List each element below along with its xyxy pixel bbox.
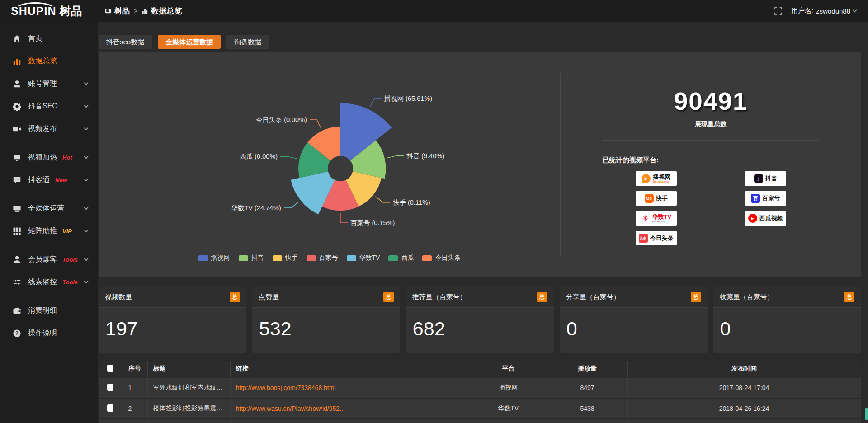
app-icon [105,8,112,14]
video-icon [13,125,21,133]
breadcrumb-item-home[interactable]: 树品 [105,6,130,16]
sidebar-item-grid[interactable]: 矩阵助推VIP [0,220,98,242]
stat-cards-row: 视频数量 总 197 点赞量 总 532 推荐量（百家号） 总 [99,287,861,352]
stat-card-total-badge[interactable]: 总 [383,292,394,302]
cell-time: 2017-08-24 17:04 [627,377,861,398]
chevron-down-icon [84,177,89,181]
stat-card-total-badge[interactable]: 总 [691,292,701,302]
platform-logo-name: 播视网 [653,174,670,180]
toutiao-icon: 头条 [639,234,648,243]
platform-logo-douyin: ♪ 抖音 [745,171,786,186]
pie-label-line [375,197,390,202]
monitor-icon [13,204,21,213]
stat-card-1: 视频数量 总 197 [99,287,246,352]
sidebar-item-bar-chart[interactable]: 数据总览 [0,50,98,72]
videos-table: 序号标题链接平台播放量发布时间 1 室外水纹灯和室内水纹灯的区别和简介 http… [99,361,861,423]
sidebar-item-user[interactable]: 账号管理 [0,72,98,95]
table-header-2: 链接 [230,361,470,377]
legend-item-西瓜[interactable]: 西瓜 [388,254,414,262]
sidebar-item-label: 抖客通 [28,175,50,185]
heat-icon [13,153,21,162]
legend-swatch [307,255,316,261]
tab-3[interactable]: 询盘数据 [226,35,269,49]
baijiahao-icon: 百 [751,194,760,203]
legend-item-快手[interactable]: 快手 [273,254,298,262]
stat-card-label: 分享量（百家号） [566,293,620,301]
pie-label-华数TV: 华数TV (24.74%) [231,204,281,212]
select-all-checkbox[interactable] [107,365,113,372]
sidebar-item-label: 全媒体运营 [28,204,64,213]
sidebar-item-filter[interactable]: 线索监控Tools [0,271,98,293]
sidebar-item-heat[interactable]: 视频加热Hot [0,146,98,169]
legend-label: 百家号 [319,254,338,262]
stat-card-total-badge[interactable]: 总 [844,292,854,302]
douyin-icon: ♪ [754,174,763,183]
user-menu[interactable]: 用户名: zswodun88 [791,7,856,15]
row-checkbox[interactable] [107,404,113,412]
username-label: 用户名: [791,7,813,15]
sidebar-item-monitor[interactable]: 全媒体运营 [0,197,98,220]
table-header-3: 平台 [470,361,547,377]
chart-legend: 播视网 抖音 快手 百家号 华数TV 西瓜 今日头条 [99,254,560,262]
sidebar-item-label: 消费明细 [28,306,57,315]
legend-item-抖音[interactable]: 抖音 [239,254,264,262]
cell-index: 1 [123,377,147,398]
page-scrollbar-thumb[interactable] [865,408,868,420]
fullscreen-icon[interactable] [774,7,782,15]
cell-link[interactable]: http://www.wasu.cn/Play/show/id/952... [236,405,345,412]
sidebar-item-badge: Tools [62,279,78,286]
sidebar-item-help[interactable]: ?操作说明 [0,322,98,344]
legend-item-今日头条[interactable]: 今日头条 [422,254,460,262]
sidebar-item-label: 会员爆客 [28,255,57,264]
total-impressions-label: 展现量总数 [561,120,861,128]
pie-label-播视网: 播视网 (65.61%) [384,95,432,102]
member-icon [13,255,21,264]
sidebar-item-member[interactable]: 会员爆客Tools [0,248,98,271]
sidebar-item-home[interactable]: 首页 [0,27,98,50]
chevron-down-icon [84,256,89,261]
legend-item-华数TV[interactable]: 华数TV [347,254,380,262]
legend-item-播视网[interactable]: 播视网 [198,254,230,262]
legend-label: 抖音 [251,254,264,262]
stat-card-label: 推荐量（百家号） [412,293,467,301]
sidebar-item-label: 账号管理 [28,79,57,89]
legend-label: 快手 [285,254,298,262]
breadcrumb-item-current[interactable]: 数据总览 [142,6,182,16]
rose-chart-svg: 播视网 (65.61%)抖音 (9.40%)快手 (0.11%)百家号 (0.1… [99,52,560,262]
chevron-down-icon [84,279,89,283]
pie-label-line [284,202,298,208]
cell-title: 楼体投影灯投影效果震撼上市 [147,398,230,419]
sidebar-item-label: 视频加热 [28,153,57,162]
table-header-5: 发布时间 [627,361,861,377]
xigua-icon: ▶ [748,214,757,223]
svg-text:?: ? [15,330,19,336]
row-checkbox[interactable] [107,384,113,391]
platform-logo-baijiahao: 百 百家号 [745,191,786,206]
tab-2[interactable]: 全媒体运营数据 [158,35,221,49]
cell-link[interactable]: http://www.boosj.com/7338468.html [236,384,336,391]
sidebar-item-chat[interactable]: 抖客通New [0,169,98,191]
total-impressions-value: 90491 [561,87,861,116]
top-header: SHUPIN 树品 树品 > 数据总览 用户名: zswodun88 [0,0,868,22]
cell-plays: 8497 [547,377,627,398]
sidebar-item-video[interactable]: 视频发布 [0,118,98,140]
sidebar-item-gear[interactable]: 抖音SEO [0,95,98,118]
user-icon [13,80,21,88]
table-header-0: 序号 [123,361,147,377]
bar-chart-icon [13,57,21,66]
table-header-1: 标题 [147,361,230,377]
legend-item-百家号[interactable]: 百家号 [307,254,338,262]
legend-swatch [422,255,432,261]
pie-label-快手: 快手 (0.11%) [392,199,430,206]
brand-logo: SHUPIN 树品 [0,0,98,22]
sidebar-item-label: 视频发布 [28,124,57,134]
legend-label: 华数TV [359,254,380,262]
tab-1[interactable]: 抖音seo数据 [99,35,152,49]
stat-card-value: 682 [406,308,554,340]
platform-logo-boosj: ▶ 播视网boosj.com [636,171,677,186]
sidebar-item-wallet[interactable]: 消费明细 [0,299,98,322]
stat-card-total-badge[interactable]: 总 [537,292,547,302]
gear-icon [13,102,21,111]
stat-card-total-badge[interactable]: 总 [230,292,240,302]
pie-label-百家号: 百家号 (0.15%) [350,219,395,226]
